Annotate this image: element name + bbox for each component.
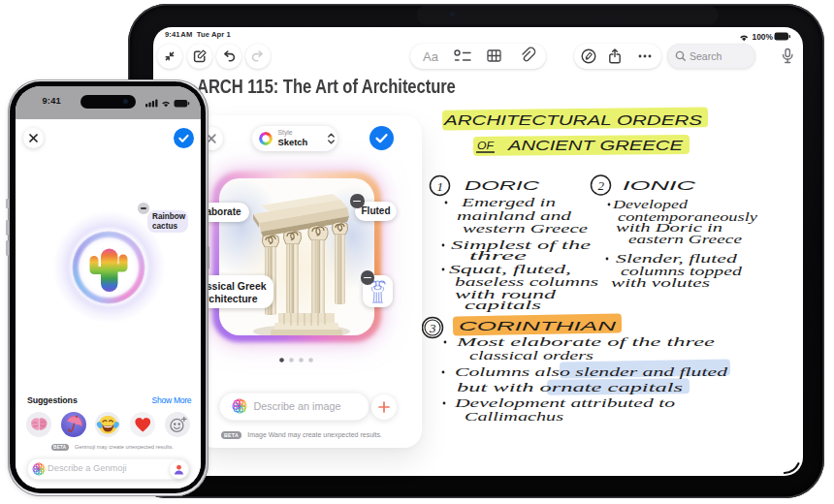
svg-text:with volutes: with volutes [611, 275, 710, 290]
svg-text:three: three [469, 248, 527, 263]
svg-text:but with ornate capitals: but with ornate capitals [457, 380, 683, 394]
svg-text:Callimachus: Callimachus [465, 409, 563, 424]
svg-text:western Greece: western Greece [463, 221, 588, 236]
svg-text:IONIC: IONIC [623, 179, 697, 193]
svg-text:OF: OF [477, 140, 495, 151]
svg-text:capitals: capitals [465, 298, 541, 312]
svg-text:1: 1 [437, 179, 444, 194]
svg-text:Columns also slender and flute: Columns also slender and fluted [455, 364, 727, 379]
svg-text:DORIC: DORIC [465, 179, 541, 193]
svg-text:Development attributed to: Development attributed to [453, 395, 675, 410]
svg-text:ARCHITECTURAL ORDERS: ARCHITECTURAL ORDERS [443, 111, 702, 128]
svg-text:2: 2 [598, 178, 605, 193]
svg-text:classical orders: classical orders [469, 348, 593, 362]
svg-text:ANCIENT GREECE: ANCIENT GREECE [507, 138, 684, 153]
svg-text:Emerged in: Emerged in [460, 195, 556, 209]
svg-text:Most elaborate of the three: Most elaborate of the three [455, 334, 715, 349]
svg-text:CORINTHIAN: CORINTHIAN [459, 320, 618, 333]
svg-text:eastern Greece: eastern Greece [628, 232, 742, 246]
svg-text:3: 3 [429, 321, 436, 335]
